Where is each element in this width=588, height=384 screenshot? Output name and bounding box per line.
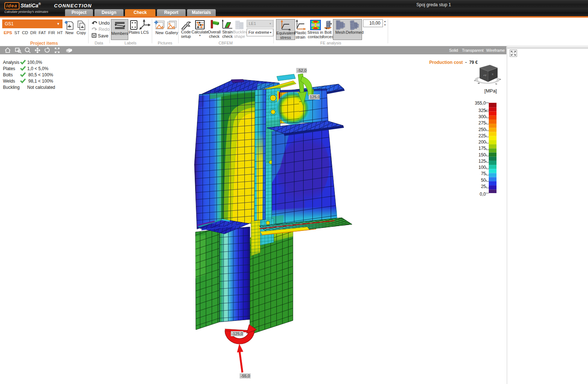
svg-text:-52,0: -52,0 — [297, 68, 306, 73]
svg-text:125,0: 125,0 — [310, 95, 320, 99]
svg-text:-125,0: -125,0 — [232, 332, 243, 336]
svg-text:-55,0: -55,0 — [241, 374, 250, 378]
